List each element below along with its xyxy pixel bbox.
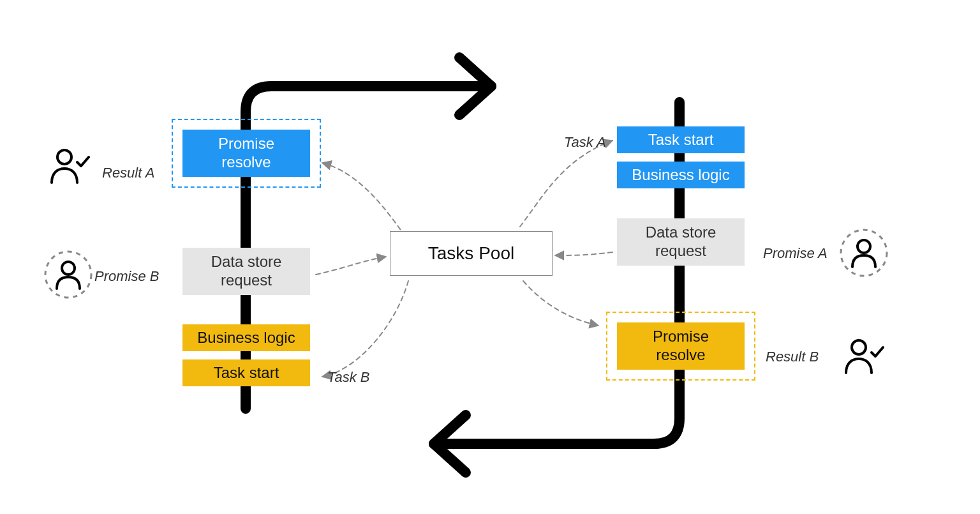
left-promise-resolve: Promise resolve	[182, 130, 310, 177]
task-a-label: Task A	[564, 134, 606, 151]
right-task-start-label: Task start	[648, 131, 714, 149]
svg-point-5	[852, 340, 866, 354]
tasks-pool-label: Tasks Pool	[428, 243, 514, 264]
left-promise-resolve-label: Promise resolve	[218, 135, 274, 172]
result-b-label: Result B	[766, 349, 819, 365]
promise-b-label: Promise B	[94, 268, 159, 285]
left-data-store-request: Data store request	[182, 248, 310, 295]
user-result-b-icon	[842, 337, 887, 375]
left-business-logic: Business logic	[182, 324, 310, 351]
right-task-start: Task start	[617, 126, 745, 153]
user-promise-b-icon	[43, 249, 94, 300]
promise-a-label: Promise A	[763, 245, 828, 262]
left-data-store-request-label: Data store request	[211, 253, 282, 290]
right-data-store-request: Data store request	[617, 218, 745, 266]
right-data-store-request-label: Data store request	[646, 223, 716, 261]
result-a-label: Result A	[102, 165, 154, 181]
task-b-label: Task B	[327, 369, 369, 386]
user-result-a-icon	[48, 147, 93, 185]
left-task-start-label: Task start	[214, 364, 279, 382]
user-promise-a-icon	[838, 227, 889, 278]
left-business-logic-label: Business logic	[197, 329, 295, 347]
svg-point-4	[858, 240, 870, 253]
right-business-logic-label: Business logic	[632, 166, 729, 185]
tasks-pool-box: Tasks Pool	[390, 231, 553, 276]
right-promise-resolve: Promise resolve	[617, 322, 745, 370]
right-business-logic: Business logic	[617, 162, 745, 188]
svg-point-0	[57, 150, 71, 164]
svg-point-2	[62, 262, 75, 275]
right-promise-resolve-label: Promise resolve	[653, 328, 709, 365]
left-task-start: Task start	[182, 359, 310, 386]
diagram-stage: Tasks Pool Promise resolve Data store re…	[0, 0, 980, 514]
